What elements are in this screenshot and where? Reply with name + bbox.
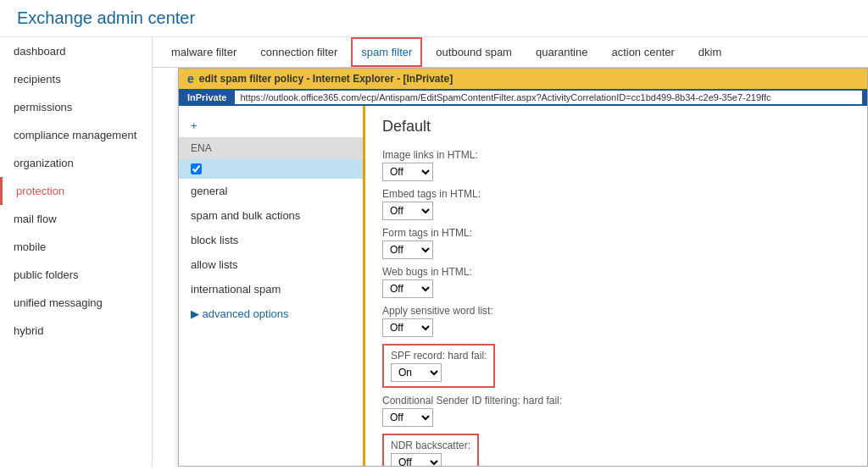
nav-spam-bulk[interactable]: spam and bulk actions bbox=[179, 203, 363, 228]
nav-allow-lists[interactable]: allow lists bbox=[179, 252, 363, 277]
label-embed-tags: Embed tags in HTML: bbox=[382, 188, 850, 200]
tab-connection-filter[interactable]: connection filter bbox=[250, 37, 348, 67]
sidebar-item-organization[interactable]: organization bbox=[0, 149, 152, 177]
content-area: e edit spam filter policy - Internet Exp… bbox=[153, 68, 868, 467]
sidebar-item-dashboard[interactable]: dashboard bbox=[0, 37, 152, 65]
ie-body: + ENA general spam and bulk actions bloc… bbox=[179, 106, 867, 466]
sidebar-item-compliance[interactable]: compliance management bbox=[0, 121, 152, 149]
label-image-links: Image links in HTML: bbox=[382, 149, 850, 161]
ie-url-bar: https://outlook.office365.com/ecp/Antisp… bbox=[235, 91, 862, 104]
filter-label: ENA bbox=[179, 137, 363, 159]
nav-international-spam[interactable]: international spam bbox=[179, 277, 363, 301]
form-row-form-tags: Form tags in HTML: OffOn bbox=[382, 227, 850, 259]
highlighted-ndr-backscatter: NDR backscatter: OffOn bbox=[382, 434, 479, 466]
tab-quarantine[interactable]: quarantine bbox=[526, 37, 598, 67]
form-row-image-links: Image links in HTML: OffOn bbox=[382, 149, 850, 181]
sidebar-item-unified[interactable]: unified messaging bbox=[0, 289, 152, 317]
sidebar-item-mailflow[interactable]: mail flow bbox=[0, 205, 152, 233]
tab-malware-filter[interactable]: malware filter bbox=[161, 37, 247, 67]
tab-dkim[interactable]: dkim bbox=[688, 37, 732, 67]
ie-left-panel: + ENA general spam and bulk actions bloc… bbox=[179, 106, 365, 466]
add-filter-button[interactable]: + bbox=[179, 114, 363, 137]
sidebar-item-protection[interactable]: protection bbox=[0, 177, 152, 205]
ie-title: edit spam filter policy - Internet Explo… bbox=[199, 73, 453, 85]
select-web-bugs[interactable]: OffOn bbox=[382, 279, 433, 298]
label-web-bugs: Web bugs in HTML: bbox=[382, 266, 850, 278]
form-row-web-bugs: Web bugs in HTML: OffOn bbox=[382, 266, 850, 298]
select-spf-record[interactable]: OnOff bbox=[391, 363, 442, 382]
sidebar-item-publicfolders[interactable]: public folders bbox=[0, 261, 152, 289]
sidebar-item-permissions[interactable]: permissions bbox=[0, 93, 152, 121]
tab-outbound-spam[interactable]: outbound spam bbox=[426, 37, 522, 67]
app-title: Exchange admin center bbox=[0, 0, 868, 37]
label-conditional-sender: Conditional Sender ID filtering: hard fa… bbox=[382, 395, 850, 406]
select-form-tags[interactable]: OffOn bbox=[382, 241, 433, 259]
nav-general[interactable]: general bbox=[179, 179, 363, 203]
sidebar-item-mobile[interactable]: mobile bbox=[0, 233, 152, 261]
label-form-tags: Form tags in HTML: bbox=[382, 227, 850, 239]
sidebar: dashboard recipients permissions complia… bbox=[0, 37, 153, 467]
form-row-sensitive-word: Apply sensitive word list: OffOn bbox=[382, 305, 850, 337]
label-sensitive-word: Apply sensitive word list: bbox=[382, 305, 850, 317]
select-image-links[interactable]: OffOn bbox=[382, 163, 433, 181]
select-embed-tags[interactable]: OffOn bbox=[382, 202, 433, 220]
sidebar-item-recipients[interactable]: recipients bbox=[0, 65, 152, 93]
ie-right-panel: Default Image links in HTML: OffOn Embed… bbox=[365, 106, 867, 466]
sidebar-item-hybrid[interactable]: hybrid bbox=[0, 317, 152, 345]
filter-label-text: ENA bbox=[191, 142, 212, 154]
label-ndr-backscatter: NDR backscatter: bbox=[391, 440, 470, 451]
filter-checkbox-row[interactable] bbox=[179, 159, 363, 179]
tab-action-center[interactable]: action center bbox=[601, 37, 684, 67]
filter-checkbox[interactable] bbox=[191, 163, 202, 174]
select-ndr-backscatter[interactable]: OffOn bbox=[391, 453, 442, 466]
nav-advanced-options[interactable]: ▶ advanced options bbox=[179, 301, 363, 326]
highlighted-spf-record: SPF record: hard fail: OnOff bbox=[382, 344, 495, 388]
form-row-conditional-sender: Conditional Sender ID filtering: hard fa… bbox=[382, 395, 850, 427]
ie-inprivate-badge: InPrivate bbox=[184, 91, 230, 103]
ie-address-bar: InPrivate https://outlook.office365.com/… bbox=[179, 89, 867, 106]
label-spf-record: SPF record: hard fail: bbox=[391, 350, 487, 362]
form-title: Default bbox=[382, 118, 850, 135]
tab-spam-filter[interactable]: spam filter bbox=[351, 37, 422, 67]
form-row-embed-tags: Embed tags in HTML: OffOn bbox=[382, 188, 850, 220]
ie-icon: e bbox=[187, 72, 194, 86]
select-sensitive-word[interactable]: OffOn bbox=[382, 318, 433, 337]
ie-title-bar: e edit spam filter policy - Internet Exp… bbox=[179, 69, 867, 89]
tab-bar: malware filter connection filter spam fi… bbox=[153, 37, 868, 68]
main-content: malware filter connection filter spam fi… bbox=[153, 37, 868, 467]
ie-window: e edit spam filter policy - Internet Exp… bbox=[178, 68, 868, 467]
select-conditional-sender[interactable]: OffOn bbox=[382, 408, 433, 427]
nav-block-lists[interactable]: block lists bbox=[179, 228, 363, 252]
